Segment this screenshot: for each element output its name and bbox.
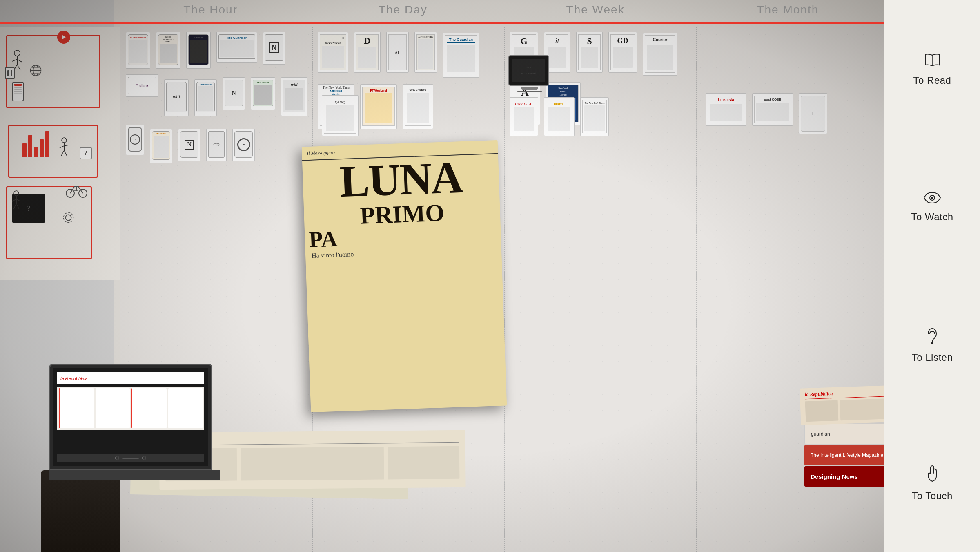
timeline-header-week: The Week [499,3,692,16]
pub-car-steering [232,129,255,161]
laptop-progress [122,458,139,459]
pub-editions-phone: Editions [186,32,211,69]
separator-2 [504,27,505,552]
hour-publications: la Repubblica GOODMORNINGITALIA Editions [125,31,312,165]
timeline-headers: The Hour The Day The Week The Month [114,3,884,16]
person-icon-2 [57,137,71,161]
laptop-control-2 [142,456,146,460]
sidebar-item-to-listen[interactable]: To Listen [884,276,980,414]
pub-al: AL [386,32,409,73]
laptop-screen-image [57,431,204,454]
pub-oracle: ORACLE [510,97,538,136]
laptop-col-2 [96,388,130,428]
finger-touch-icon [925,465,940,485]
svg-marker-27 [62,35,66,39]
pub-guardian-laptop: The Guardian [216,32,257,63]
laptop-screen: la Repubblica [49,364,212,470]
pub-n-tablet: N [263,32,285,65]
svg-point-21 [14,191,19,196]
pub-new-yorker: NEW YORKER [403,84,433,129]
pub-linkiesta: Linkiesta [706,93,746,126]
desk-paper-col-2 [241,447,384,480]
svg-line-2 [12,59,17,61]
pub-will-large: will [281,77,307,116]
pub-nyt-mag: nyt mag [322,95,359,136]
svg-point-29 [64,213,74,223]
pub-device-month: E [799,93,827,134]
month-publications: Linkiesta post COSE E [704,92,876,135]
pub-nyt-guide: AL THE STORY [414,32,437,73]
laptop-screen-content [57,387,204,430]
gear-icon [61,210,76,226]
book-top-col-1 [805,400,839,422]
eye-icon [923,192,941,206]
illustration-area: ? ? [0,27,120,280]
svg-line-13 [60,146,64,148]
illus-phone-1 [12,82,24,101]
laptop: la Repubblica [49,364,220,487]
pub-repubblica-phone: la Repubblica [126,32,150,69]
pub-nyt-text: The New York Times [323,86,350,89]
svg-point-0 [14,50,20,56]
svg-line-3 [17,59,22,62]
svg-line-25 [13,203,16,209]
globe-icon [29,63,43,79]
sidebar-item-to-watch[interactable]: To Watch [884,138,980,276]
pub-robinson: R ROBINSON [318,32,348,73]
week-publications-bottom: ORACLE maize. The New York Times [508,96,696,137]
pub-morning-phone: MORNING [150,129,172,163]
ear-icon [926,327,939,347]
pub-will-phone: will [164,79,189,116]
pub-watch: ⧖ [126,125,144,155]
pub-post-cose: post COSE [752,93,793,126]
svg-line-24 [16,199,20,201]
to-touch-label: To Touch [912,490,953,502]
svg-line-23 [12,199,16,201]
pub-courier: Courier [643,33,677,76]
laptop-base [49,470,220,480]
day-publications: R ROBINSON D AL AL TH [316,31,504,130]
timeline-header-day: The Day [307,3,499,16]
pub-gd-magazine: GD [608,32,637,73]
svg-line-26 [16,203,19,209]
pub-nyt-2: The New York Times [580,97,609,136]
pub-seafood-app: SEAFOAM [251,77,275,110]
book-open-icon [924,52,941,70]
pub-guardian-large: The Guardian [443,33,479,78]
svg-point-28 [66,215,71,221]
bicycle-icon [65,182,88,200]
to-listen-label: To Listen [912,352,953,363]
timeline-header-month: The Month [692,3,884,16]
svg-point-33 [931,342,933,344]
pub-slack: # slack [126,74,158,97]
pub-good-morning-phone: GOODMORNINGITALIA [156,32,180,69]
pub-s-magazine: S [576,32,603,73]
svg-line-5 [17,65,20,70]
laptop-col-1 [59,388,94,428]
laptop-col-3 [131,388,167,428]
pub-ft-weekend: FT Weekend [360,84,397,129]
to-read-label: To Read [913,75,951,86]
page-container: The Hour The Day The Week The Month la R… [0,0,980,552]
laptop-col-4 [168,388,203,428]
laptop-screen-header: la Repubblica [57,372,204,384]
svg-line-16 [64,150,67,156]
illus-question: ? [80,147,92,159]
laptop-controls-bar [57,454,204,462]
sidebar-item-to-touch[interactable]: To Touch [884,414,980,552]
separator-3 [696,27,697,552]
pub-maize: maize. [544,97,575,136]
sidebar-item-to-read[interactable]: To Read [884,0,980,138]
play-icon [57,31,70,44]
to-watch-label: To Watch [911,211,953,223]
svg-line-14 [64,145,69,146]
laptop-screen-inner: la Repubblica [53,368,208,466]
pub-cd: CD [206,129,227,161]
svg-point-32 [931,197,933,199]
person-icon-3 [10,190,22,212]
pub-n-phone-2: N [178,129,200,161]
pub-d-magazine: D [354,32,381,73]
pub-guardian-phone: The Guardian [194,79,217,116]
desk-paper-col-3 [388,446,460,480]
svg-point-11 [62,138,67,143]
